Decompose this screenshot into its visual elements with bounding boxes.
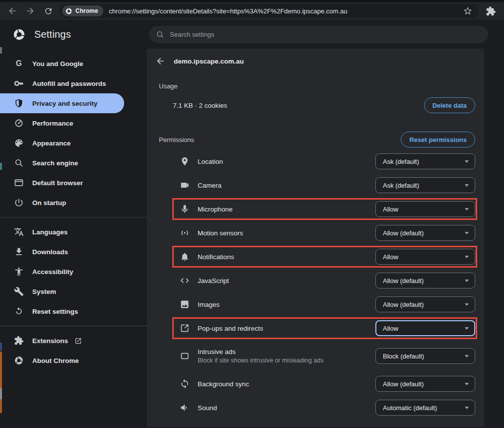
permission-icon (180, 204, 190, 214)
sidebar-item-system[interactable]: System (0, 282, 147, 301)
permission-icon (180, 379, 190, 389)
sidebar-item-label: You and Google (32, 60, 83, 68)
permission-dropdown[interactable]: Allow (375, 249, 475, 265)
external-link-icon (74, 337, 82, 345)
search-input[interactable] (170, 31, 481, 38)
background-window-sliver (0, 343, 2, 351)
permission-dropdown[interactable]: Allow (default) (375, 296, 475, 312)
sidebar-item-reset-settings[interactable]: Reset settings (0, 301, 147, 321)
sidebar-item-languages[interactable]: Languages (0, 222, 147, 242)
permission-dropdown[interactable]: Allow (375, 320, 475, 336)
sidebar-item-icon (14, 98, 24, 108)
bookmark-star-icon[interactable] (463, 6, 473, 16)
reset-permissions-button[interactable]: Reset permissions (401, 132, 475, 147)
sidebar-item-label: Privacy and security (32, 100, 97, 107)
settings-search[interactable] (149, 26, 488, 43)
permission-dropdown[interactable]: Allow (375, 201, 475, 217)
permission-row-location: Location Ask (default) (147, 149, 484, 173)
sidebar-item-downloads[interactable]: Downloads (0, 242, 147, 262)
permission-row-images: Images Allow (default) (147, 292, 484, 316)
permission-dropdown[interactable]: Block (default) (375, 348, 475, 364)
sidebar-item-icon (14, 336, 24, 346)
chevron-down-icon (465, 303, 469, 306)
permission-icon (180, 299, 190, 309)
sidebar-item-icon (14, 198, 24, 208)
sidebar-item-label: About Chrome (32, 357, 79, 364)
sidebar-item-privacy-and-security[interactable]: Privacy and security (0, 93, 124, 113)
chevron-down-icon (465, 407, 469, 409)
permission-icon (180, 323, 190, 333)
sidebar-item-label: Autofill and passwords (32, 80, 106, 87)
sidebar-item-extensions[interactable]: Extensions (0, 331, 147, 351)
permission-dropdown[interactable]: Allow (default) (375, 225, 475, 241)
sidebar-item-autofill-and-passwords[interactable]: Autofill and passwords (0, 73, 147, 93)
sidebar-item-icon (14, 178, 24, 188)
sidebar-item-label: System (32, 288, 56, 295)
delete-data-button[interactable]: Delete data (424, 97, 475, 113)
sidebar-item-label: Search engine (32, 159, 78, 167)
permissions-section-label: Permissions (159, 136, 401, 143)
background-window-sliver (0, 352, 2, 388)
chevron-down-icon (465, 160, 469, 163)
sidebar-item-label: Reset settings (32, 308, 78, 315)
sidebar-item-icon (14, 158, 24, 168)
permission-row-pop-ups-and-redirects: Pop-ups and redirects Allow (147, 316, 484, 340)
browser-toolbar: Chrome chrome://settings/content/siteDet… (0, 2, 504, 20)
sidebar-item-label: Downloads (32, 248, 68, 256)
extensions-icon[interactable] (486, 6, 496, 16)
sidebar-item-appearance[interactable]: Appearance (0, 133, 147, 153)
sidebar-item-on-startup[interactable]: On startup (0, 193, 147, 213)
permission-value: Allow (default) (383, 380, 424, 388)
permission-dropdown[interactable]: Allow (default) (375, 273, 475, 288)
usage-summary: 7.1 KB · 2 cookies (173, 102, 424, 109)
permission-dropdown[interactable]: Ask (default) (375, 177, 475, 193)
permission-row-notifications: Notifications Allow (147, 245, 484, 269)
sidebar-divider (0, 326, 147, 326)
sidebar-item-performance[interactable]: Performance (0, 113, 147, 133)
sidebar-item-accessibility[interactable]: Accessibility (0, 262, 147, 282)
sidebar-item-icon (14, 286, 24, 296)
background-window-sliver (0, 163, 2, 170)
permission-sublabel: Block if site shows intrusive or mislead… (198, 357, 375, 364)
permission-icon (180, 276, 190, 285)
sidebar-item-you-and-google[interactable]: You and Google (0, 54, 147, 73)
sidebar-item-icon (14, 356, 24, 365)
background-window-sliver (0, 399, 2, 413)
sidebar-item-icon (14, 78, 24, 88)
permission-icon (180, 351, 190, 361)
sidebar-item-icon (14, 267, 24, 277)
chevron-down-icon (465, 383, 469, 385)
site-details-panel: demo.ipscape.com.au Usage 7.1 KB · 2 coo… (147, 49, 484, 427)
permission-label: Camera (198, 182, 375, 189)
chrome-chip-label: Chrome (75, 7, 98, 14)
permission-value: Allow (default) (383, 229, 424, 237)
permission-label: Motion sensors (198, 229, 375, 237)
chrome-logo-icon (65, 7, 72, 15)
permission-value: Allow (383, 325, 398, 332)
background-window-sliver (0, 388, 2, 399)
address-bar[interactable]: Chrome chrome://settings/content/siteDet… (60, 4, 479, 18)
permission-dropdown[interactable]: Ask (default) (375, 153, 475, 169)
sidebar-item-label: On startup (32, 199, 66, 207)
back-button[interactable] (6, 4, 19, 17)
search-icon (156, 30, 164, 39)
back-arrow-icon[interactable] (155, 56, 165, 66)
permission-dropdown[interactable]: Automatic (default) (375, 400, 475, 416)
forward-button[interactable] (24, 4, 37, 17)
sidebar-item-about-chrome[interactable]: About Chrome (0, 351, 147, 370)
sidebar-divider (0, 217, 147, 217)
permission-value: Block (default) (383, 353, 424, 360)
permission-dropdown[interactable]: Allow (default) (375, 376, 475, 392)
settings-header: Settings (0, 20, 504, 49)
permission-icon (180, 252, 190, 262)
usage-section-label: Usage (159, 82, 484, 90)
sidebar-item-default-browser[interactable]: Default browser (0, 173, 147, 193)
permission-icon (180, 180, 190, 190)
chrome-logo-icon (12, 28, 26, 41)
sidebar-item-label: Accessibility (32, 268, 73, 276)
reload-button[interactable] (42, 4, 55, 17)
sidebar-item-search-engine[interactable]: Search engine (0, 153, 147, 173)
usage-row: 7.1 KB · 2 cookies Delete data (173, 96, 475, 115)
chevron-down-icon (465, 280, 469, 282)
permission-icon (180, 156, 190, 166)
